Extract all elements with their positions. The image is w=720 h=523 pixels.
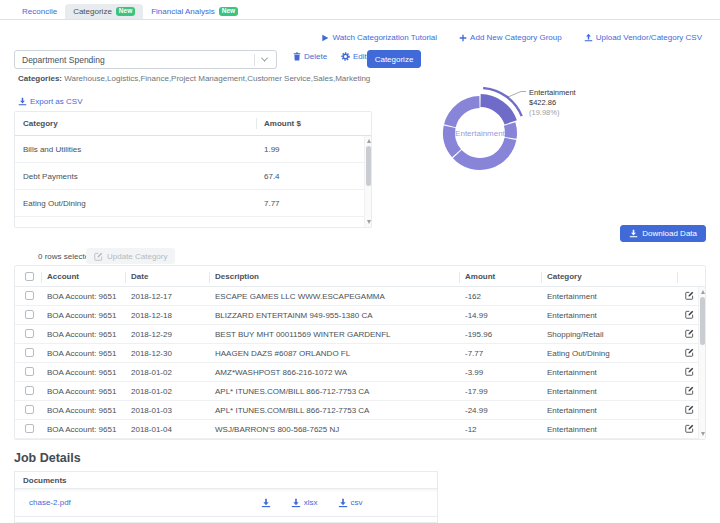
col-date: Date bbox=[125, 266, 209, 286]
donut-center-label: Entertainment bbox=[455, 129, 506, 138]
delete-button[interactable]: Delete bbox=[293, 52, 327, 61]
summary-col-amount: Amount $ bbox=[256, 112, 371, 135]
row-checkbox[interactable] bbox=[25, 348, 34, 357]
select-all-checkbox[interactable] bbox=[25, 272, 34, 281]
category-cell: Eating Out/Dining bbox=[541, 349, 677, 358]
transaction-row: BOA Account: 9651 2018-12-18 BLIZZARD EN… bbox=[15, 306, 705, 325]
row-checkbox[interactable] bbox=[25, 386, 34, 395]
description-cell: ESCAPE GAMES LLC WWW.ESCAPEGAMMA bbox=[209, 292, 459, 301]
category-cell: Entertainment bbox=[541, 406, 677, 415]
edit-row-icon[interactable] bbox=[685, 291, 694, 300]
transaction-row: BOA Account: 9651 2018-12-30 HAAGEN DAZS… bbox=[15, 344, 705, 363]
job-details-title: Job Details bbox=[14, 451, 81, 465]
donut-svg: Entertainment $422.86 (19.98%) Entertain… bbox=[428, 87, 710, 215]
date-cell: 2018-01-02 bbox=[125, 387, 209, 396]
export-csv-link[interactable]: Export as CSV bbox=[18, 97, 82, 106]
categories-line: Categories: Warehouse,Logistics,Finance,… bbox=[18, 74, 370, 83]
summary-amount-cell: 1.99 bbox=[256, 145, 371, 154]
summary-row[interactable]: Bills and Utilities 1.99 bbox=[15, 136, 371, 163]
upload-vendor-csv-link[interactable]: Upload Vendor/Category CSV bbox=[584, 33, 702, 42]
donut-segment[interactable] bbox=[510, 124, 511, 138]
date-cell: 2018-12-30 bbox=[125, 349, 209, 358]
tab-label: Financial Analysis bbox=[151, 7, 215, 16]
amount-cell: -12 bbox=[459, 425, 541, 434]
amount-cell: -7.77 bbox=[459, 349, 541, 358]
date-cell: 2018-01-04 bbox=[125, 425, 209, 434]
watch-tutorial-link[interactable]: Watch Categorization Tutorial bbox=[321, 33, 437, 42]
chevron-down-icon bbox=[261, 55, 268, 62]
row-checkbox[interactable] bbox=[25, 405, 34, 414]
donut-segment[interactable] bbox=[481, 101, 511, 123]
scroll-down-icon[interactable] bbox=[367, 220, 371, 224]
donut-segment[interactable] bbox=[457, 139, 510, 164]
spending-donut-chart: Entertainment $422.86 (19.98%) Entertain… bbox=[428, 87, 710, 215]
download-icon bbox=[291, 498, 301, 508]
download-csv-button[interactable]: csv bbox=[338, 498, 363, 508]
description-cell: APL* ITUNES.COM/BILL 866-712-7753 CA bbox=[209, 387, 459, 396]
tab-label: Reconcile bbox=[22, 7, 57, 16]
scroll-down-icon[interactable] bbox=[701, 432, 705, 436]
download-pdf-button[interactable] bbox=[261, 498, 271, 508]
edit-row-icon[interactable] bbox=[685, 367, 694, 376]
transactions-scrollbar[interactable] bbox=[698, 287, 705, 439]
transaction-row: BOA Account: 9651 2018-12-17 ESCAPE GAME… bbox=[15, 287, 705, 306]
update-category-button[interactable]: Update Category bbox=[86, 248, 175, 264]
edit-row-icon[interactable] bbox=[685, 348, 694, 357]
tab-reconcile[interactable]: Reconcile bbox=[14, 4, 65, 19]
edit-row-icon[interactable] bbox=[685, 424, 694, 433]
add-category-group-link[interactable]: Add New Category Group bbox=[459, 33, 562, 42]
summary-row[interactable]: Entertainment 422.86 bbox=[15, 217, 371, 228]
header-links: Watch Categorization Tutorial Add New Ca… bbox=[321, 33, 702, 42]
row-checkbox[interactable] bbox=[25, 329, 34, 338]
col-amount: Amount bbox=[459, 266, 541, 286]
edit-row-icon[interactable] bbox=[685, 329, 694, 338]
transaction-row: BOA Account: 9651 2018-01-02 AMZ*WASHPOS… bbox=[15, 363, 705, 382]
category-group-select[interactable]: Department Spending bbox=[14, 50, 277, 69]
account-cell: BOA Account: 9651 bbox=[41, 368, 125, 377]
category-summary-table: Category Amount $ Bills and Utilities 1.… bbox=[14, 111, 372, 228]
date-cell: 2018-12-18 bbox=[125, 311, 209, 320]
transactions-body: BOA Account: 9651 2018-12-17 ESCAPE GAME… bbox=[15, 287, 705, 439]
scroll-thumb[interactable] bbox=[700, 297, 705, 345]
watch-tutorial-label: Watch Categorization Tutorial bbox=[332, 33, 437, 42]
scroll-thumb[interactable] bbox=[366, 146, 371, 186]
download-icon bbox=[18, 97, 27, 106]
donut-segment[interactable] bbox=[450, 102, 480, 126]
summary-amount-cell: 422.86 bbox=[256, 226, 371, 229]
summary-row[interactable]: Eating Out/Dining 7.77 bbox=[15, 190, 371, 217]
summary-amount-cell: 7.77 bbox=[256, 199, 371, 208]
plus-icon bbox=[459, 34, 467, 42]
summary-row[interactable]: Debt Payments 67.4 bbox=[15, 163, 371, 190]
documents-header: Documents bbox=[15, 472, 437, 489]
update-category-label: Update Category bbox=[107, 252, 167, 261]
category-cell: Entertainment bbox=[541, 387, 677, 396]
download-xlsx-button[interactable]: xlsx bbox=[291, 498, 318, 508]
tab-categorize[interactable]: Categorize New bbox=[65, 4, 143, 20]
row-checkbox[interactable] bbox=[25, 424, 34, 433]
col-description: Description bbox=[209, 266, 459, 286]
row-checkbox[interactable] bbox=[25, 367, 34, 376]
row-checkbox[interactable] bbox=[25, 310, 34, 319]
download-data-button[interactable]: Download Data bbox=[620, 225, 706, 242]
transaction-row: BOA Account: 9651 2018-01-04 WSJ/BARRON'… bbox=[15, 420, 705, 439]
date-cell: 2018-01-02 bbox=[125, 368, 209, 377]
edit-row-icon[interactable] bbox=[685, 386, 694, 395]
scroll-up-icon[interactable] bbox=[701, 290, 705, 294]
description-cell: BLIZZARD ENTERTAINM 949-955-1380 CA bbox=[209, 311, 459, 320]
xlsx-label: xlsx bbox=[304, 498, 318, 507]
document-link[interactable]: chase-2.pdf bbox=[29, 498, 71, 507]
scroll-up-icon[interactable] bbox=[367, 139, 371, 143]
row-checkbox[interactable] bbox=[25, 291, 34, 300]
summary-amount-cell: 67.4 bbox=[256, 172, 371, 181]
amount-cell: -24.99 bbox=[459, 406, 541, 415]
description-cell: APL* ITUNES.COM/BILL 866-712-7753 CA bbox=[209, 406, 459, 415]
tabbar-divider bbox=[0, 19, 720, 20]
summary-table-scrollbar[interactable] bbox=[364, 136, 371, 227]
description-cell: BEST BUY MHT 00011569 WINTER GARDENFL bbox=[209, 330, 459, 339]
tab-financial-analysis[interactable]: Financial Analysis New bbox=[143, 4, 246, 20]
categorize-button[interactable]: Categorize bbox=[367, 50, 421, 68]
summary-category-cell: Bills and Utilities bbox=[15, 145, 256, 154]
edit-row-icon[interactable] bbox=[685, 310, 694, 319]
edit-row-icon[interactable] bbox=[685, 405, 694, 414]
categorize-label: Categorize bbox=[375, 55, 414, 64]
